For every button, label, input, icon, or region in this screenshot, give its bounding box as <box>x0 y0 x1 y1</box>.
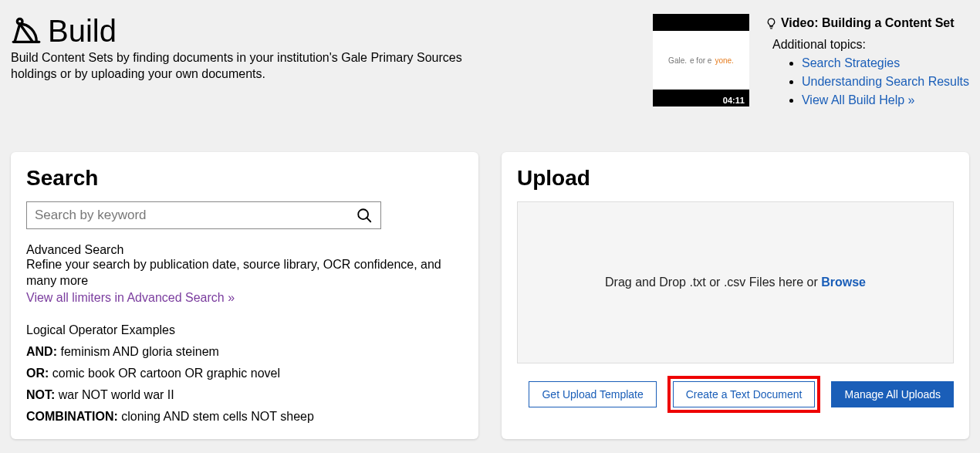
search-card: Search Advanced Search Refine your searc… <box>11 152 478 439</box>
upload-card: Upload Drag and Drop .txt or .csv Files … <box>502 152 969 439</box>
compass-icon <box>11 16 42 47</box>
create-text-document-button[interactable]: Create a Text Document <box>673 381 816 407</box>
operator-examples-title: Logical Operator Examples <box>26 323 463 337</box>
advanced-search-link[interactable]: View all limiters in Advanced Search » <box>26 291 235 305</box>
page-description: Build Content Sets by finding documents … <box>11 50 474 83</box>
browse-link[interactable]: Browse <box>821 276 866 289</box>
manage-all-uploads-button[interactable]: Manage All Uploads <box>831 381 954 407</box>
search-box <box>26 201 381 229</box>
page-title-text: Build <box>48 14 117 49</box>
get-upload-template-button[interactable]: Get Upload Template <box>529 381 656 407</box>
video-duration: 04:11 <box>718 94 749 106</box>
search-input[interactable] <box>35 208 356 223</box>
operator-or: OR: comic book OR cartoon OR graphic nov… <box>26 367 463 380</box>
help-link-search-strategies[interactable]: Search Strategies <box>802 56 900 69</box>
upload-dropzone[interactable]: Drag and Drop .txt or .csv Files here or… <box>517 201 954 363</box>
create-text-doc-highlight: Create a Text Document <box>667 376 821 413</box>
advanced-search-desc: Refine your search by publication date, … <box>26 257 443 289</box>
help-link-view-all[interactable]: View All Build Help » <box>802 93 914 106</box>
help-video-title: Video: Building a Content Set <box>765 14 969 32</box>
additional-topics-label: Additional topics: <box>772 32 969 54</box>
help-link-understanding-results[interactable]: Understanding Search Results <box>802 75 969 88</box>
search-title: Search <box>26 166 463 191</box>
operator-not: NOT: war NOT world war II <box>26 388 463 402</box>
upload-drop-text: Drag and Drop .txt or .csv Files here or <box>605 276 821 289</box>
search-icon[interactable] <box>356 207 373 224</box>
advanced-search-title: Advanced Search <box>26 243 463 257</box>
lightbulb-icon <box>765 17 778 30</box>
operator-and: AND: feminism AND gloria steinem <box>26 345 463 359</box>
help-video-thumbnail[interactable]: Gale. e for e yone. 04:11 <box>653 14 749 106</box>
page-title: Build <box>11 14 637 49</box>
upload-title: Upload <box>517 166 954 191</box>
operator-combination: COMBINATION: cloning AND stem cells NOT … <box>26 410 463 424</box>
svg-line-2 <box>367 218 370 221</box>
